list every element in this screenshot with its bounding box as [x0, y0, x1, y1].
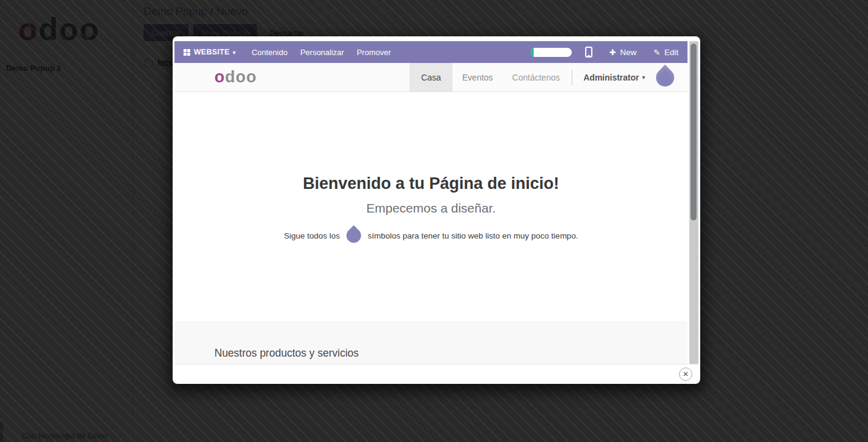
chevron-down-icon: ▾: [642, 74, 645, 81]
welcome-prefix: Bienvenido a tu: [303, 174, 429, 193]
nav-divider: [572, 70, 572, 85]
products-section-title: Nuestros productos y servicios: [174, 321, 687, 360]
menu-content[interactable]: Contenido: [251, 48, 287, 57]
nav-tab-events[interactable]: Eventos: [452, 63, 503, 91]
website-menu-label: WEBSITE: [194, 48, 230, 56]
scrollbar-thumb[interactable]: [691, 44, 697, 220]
pencil-icon: ✎: [654, 48, 660, 57]
welcome-strong: Página de inicio!: [429, 174, 560, 193]
user-menu-label: Administrator: [583, 73, 639, 82]
new-page-button[interactable]: ✚ New: [609, 48, 637, 57]
tour-drop-indicator-icon[interactable]: [652, 65, 678, 90]
logo-rest: doo: [225, 68, 257, 86]
welcome-subtitle: Empecemos a diseñar.: [174, 201, 687, 216]
website-preview-dialog: WEBSITE ▾ Contenido Personalizar Promove…: [173, 36, 700, 384]
user-menu[interactable]: Administrator ▾: [575, 63, 654, 91]
drop-symbol-icon: [343, 225, 364, 246]
tour-progress-bar: [531, 48, 572, 57]
menu-customize[interactable]: Personalizar: [300, 48, 344, 57]
close-icon: ✕: [683, 370, 689, 378]
nav-tab-contact[interactable]: Contáctenos: [503, 63, 570, 91]
logo-letter: o: [214, 68, 225, 86]
nav-tab-home[interactable]: Casa: [409, 63, 452, 91]
products-section: Nuestros productos y servicios: [174, 321, 687, 364]
close-button[interactable]: ✕: [679, 368, 692, 381]
plus-icon: ✚: [609, 48, 616, 57]
site-header: odoo Casa Eventos Contáctenos Administra…: [174, 63, 687, 92]
site-odoo-logo[interactable]: odoo: [214, 68, 257, 87]
edit-button[interactable]: ✎ Edit: [654, 48, 678, 57]
site-main-content: Bienvenido a tu Página de inicio! Empece…: [174, 92, 687, 321]
apps-grid-icon: [184, 49, 190, 56]
chevron-down-icon: ▾: [233, 49, 236, 56]
website-editor-toolbar: WEBSITE ▾ Contenido Personalizar Promove…: [174, 41, 687, 63]
website-apps-menu[interactable]: WEBSITE ▾: [184, 48, 236, 56]
edit-label: Edit: [664, 48, 678, 57]
tip-text-before: Sigue todos los: [284, 231, 340, 240]
tip-text-after: símbolos para tener tu sitio web listo e…: [368, 231, 578, 240]
site-navigation: Casa Eventos Contáctenos Administrator ▾: [409, 63, 654, 91]
website-preview-viewport: odoo Casa Eventos Contáctenos Administra…: [174, 63, 687, 364]
new-label: New: [620, 48, 637, 57]
welcome-heading: Bienvenido a tu Página de inicio!: [174, 174, 687, 193]
scrollbar-track[interactable]: [689, 41, 698, 364]
menu-promote[interactable]: Promover: [357, 48, 391, 57]
mobile-preview-icon[interactable]: [585, 47, 592, 58]
tour-progress-fill: [531, 48, 534, 57]
tour-tip-text: Sigue todos los símbolos para tener tu s…: [174, 228, 687, 243]
dialog-footer: ✕: [174, 364, 698, 384]
